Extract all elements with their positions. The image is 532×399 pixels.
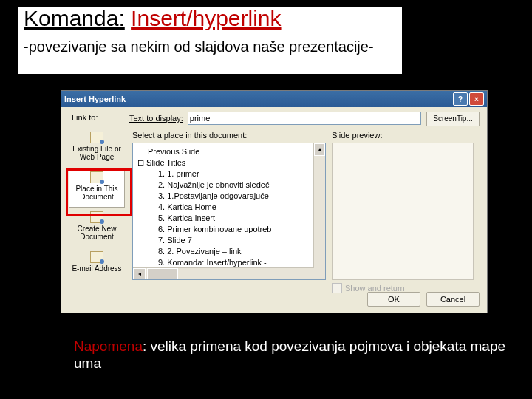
- sidebar-item-create-new[interactable]: Create New Document: [69, 208, 125, 248]
- dialog-caption: Insert Hyperlink: [64, 95, 126, 103]
- linkto-sidebar: Existing File or Web Page Place in This …: [69, 128, 125, 305]
- new-doc-icon: [90, 211, 103, 223]
- tree-item[interactable]: 5. Kartica Insert: [134, 213, 324, 224]
- show-return-checkbox[interactable]: [332, 283, 342, 293]
- title-rest: Insert/hyperlink: [131, 6, 281, 30]
- email-icon: [90, 251, 103, 263]
- dialog-titlebar[interactable]: Insert Hyperlink ? ×: [61, 91, 487, 107]
- tree-item[interactable]: 3. 1.Postavljanje odgovarajuće: [134, 191, 324, 202]
- help-icon[interactable]: ?: [453, 92, 468, 106]
- sidebar-item-place-in-document[interactable]: Place in This Document: [69, 168, 125, 208]
- sidebar-item-label: Create New Document: [78, 225, 117, 241]
- vertical-scrollbar[interactable]: ▴: [313, 143, 325, 279]
- ok-button[interactable]: OK: [367, 292, 420, 307]
- slide-preview-pane: [332, 143, 474, 280]
- sidebar-item-existing-file[interactable]: Existing File or Web Page: [69, 128, 125, 168]
- sidebar-item-label: E-mail Address: [72, 265, 121, 273]
- close-icon[interactable]: ×: [469, 92, 484, 106]
- cancel-button[interactable]: Cancel: [426, 292, 480, 307]
- tree-item[interactable]: Previous Slide: [134, 146, 324, 157]
- dialog-body: Link to: Text to display: ScreenTip... E…: [61, 107, 487, 313]
- note-keyword: Napomena: [74, 338, 143, 354]
- tree-item[interactable]: ⊟ Slide Titles: [134, 157, 324, 168]
- slide-subtitle: -povezivanje sa nekim od slajdova naše p…: [24, 38, 374, 55]
- sidebar-item-label: Place in This Document: [75, 185, 117, 201]
- tree-item[interactable]: 7. Slide 7: [134, 235, 324, 246]
- page-icon: [90, 132, 103, 143]
- display-label: Text to display:: [129, 114, 183, 123]
- slide-title: Komanda: Insert/hyperlink: [24, 6, 282, 31]
- sidebar-item-label: Existing File or Web Page: [72, 145, 121, 161]
- display-input[interactable]: [188, 112, 421, 125]
- note-text: Napomena: velika primena kod povezivanja…: [74, 338, 532, 372]
- tree-item[interactable]: 2. Najvažnije je obnoviti sledeć: [134, 180, 324, 191]
- sidebar-item-email[interactable]: E-mail Address: [69, 248, 125, 287]
- slide-preview-label: Slide preview:: [332, 131, 382, 140]
- tree-item[interactable]: 8. 2. Povezivanje – link: [134, 246, 324, 257]
- slide: Komanda: Insert/hyperlink -povezivanje s…: [0, 0, 532, 399]
- horizontal-scrollbar[interactable]: ◂: [133, 267, 314, 279]
- tree-item[interactable]: 4. Kartica Home: [134, 202, 324, 213]
- text-to-display-row: Text to display:: [129, 112, 421, 125]
- tree-item[interactable]: 9. Komanda: Insert/hyperlink -: [134, 257, 324, 268]
- scroll-left-icon[interactable]: ◂: [133, 268, 146, 279]
- document-icon: [90, 171, 103, 183]
- document-tree[interactable]: Previous Slide⊟ Slide Titles1. 1. primer…: [132, 143, 326, 280]
- scroll-thumb[interactable]: [147, 268, 178, 279]
- linkto-label: Link to:: [72, 113, 98, 122]
- tree-item[interactable]: 6. Primer kombinovane upotreb: [134, 224, 324, 235]
- dialog-buttons: OK Cancel: [367, 292, 480, 307]
- scroll-up-icon[interactable]: ▴: [314, 143, 325, 156]
- select-place-label: Select a place in this document:: [132, 131, 247, 140]
- tree-item[interactable]: 1. 1. primer: [134, 168, 324, 180]
- insert-hyperlink-dialog: Insert Hyperlink ? × Link to: Text to di…: [61, 90, 488, 313]
- title-prefix: Komanda:: [24, 6, 125, 30]
- screentip-button[interactable]: ScreenTip...: [426, 112, 480, 126]
